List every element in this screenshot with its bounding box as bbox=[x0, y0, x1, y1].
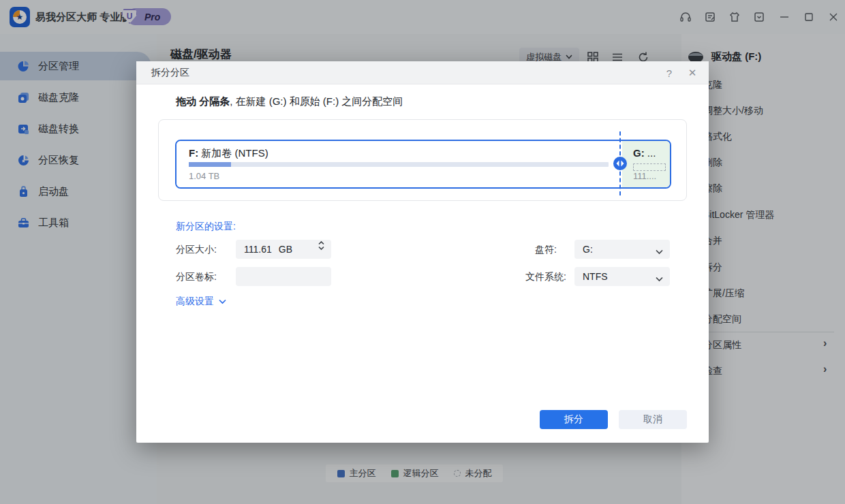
partition-f-segment[interactable]: F: 新加卷 (NTFS) 1.04 TB bbox=[176, 141, 622, 187]
partition-bar: F: 新加卷 (NTFS) 1.04 TB G: ... 111.... bbox=[175, 140, 671, 189]
app-window: ★ 易我分区大师 专业版 U Pro bbox=[0, 0, 845, 504]
volume-label-label: 分区卷标: bbox=[176, 271, 217, 283]
stepper-arrows-icon[interactable] bbox=[318, 241, 324, 250]
partition-g-size: 111.... bbox=[633, 171, 656, 181]
partition-size-stepper[interactable]: 111.61 GB bbox=[236, 240, 331, 259]
help-icon[interactable]: ? bbox=[662, 66, 676, 80]
new-partition-settings-title: 新分区的设置: bbox=[176, 221, 236, 233]
dialog-close-icon[interactable]: ✕ bbox=[686, 66, 699, 80]
partition-size-label: 分区大小: bbox=[176, 244, 217, 256]
drive-letter-select[interactable]: G: bbox=[574, 240, 670, 259]
chevron-down-icon bbox=[656, 272, 663, 285]
filesystem-select[interactable]: NTFS bbox=[574, 267, 670, 286]
filesystem-label: 文件系统: bbox=[525, 271, 566, 283]
advanced-settings-link[interactable]: 高级设置 bbox=[176, 296, 226, 308]
partition-g-label: G: ... bbox=[633, 147, 656, 159]
split-partition-dialog: 拆分分区 ? ✕ 拖动 分隔条, 在新建 (G:) 和原始 (F:) 之间分配空… bbox=[136, 61, 709, 443]
partition-f-label: F: 新加卷 (NTFS) bbox=[189, 147, 268, 160]
partition-f-size: 1.04 TB bbox=[189, 171, 219, 181]
volume-label-input[interactable] bbox=[236, 267, 331, 286]
partition-g-empty-bar bbox=[633, 163, 666, 171]
split-confirm-button[interactable]: 拆分 bbox=[540, 410, 608, 429]
volume-label-field[interactable] bbox=[236, 267, 331, 286]
chevron-down-icon bbox=[656, 245, 663, 257]
dialog-title: 拆分分区 bbox=[151, 67, 189, 79]
partition-map-container: F: 新加卷 (NTFS) 1.04 TB G: ... 111.... bbox=[158, 119, 687, 201]
partition-f-usage-bar bbox=[189, 162, 609, 167]
partition-g-segment[interactable]: G: ... 111.... bbox=[622, 141, 670, 187]
split-drag-handle[interactable] bbox=[613, 156, 628, 171]
chevron-down-icon bbox=[219, 299, 226, 304]
dialog-instruction: 拖动 分隔条, 在新建 (G:) 和原始 (F:) 之间分配空间 bbox=[176, 95, 403, 108]
cancel-button[interactable]: 取消 bbox=[619, 410, 687, 429]
dialog-titlebar: 拆分分区 bbox=[136, 61, 709, 84]
drive-letter-label: 盘符: bbox=[535, 244, 557, 256]
